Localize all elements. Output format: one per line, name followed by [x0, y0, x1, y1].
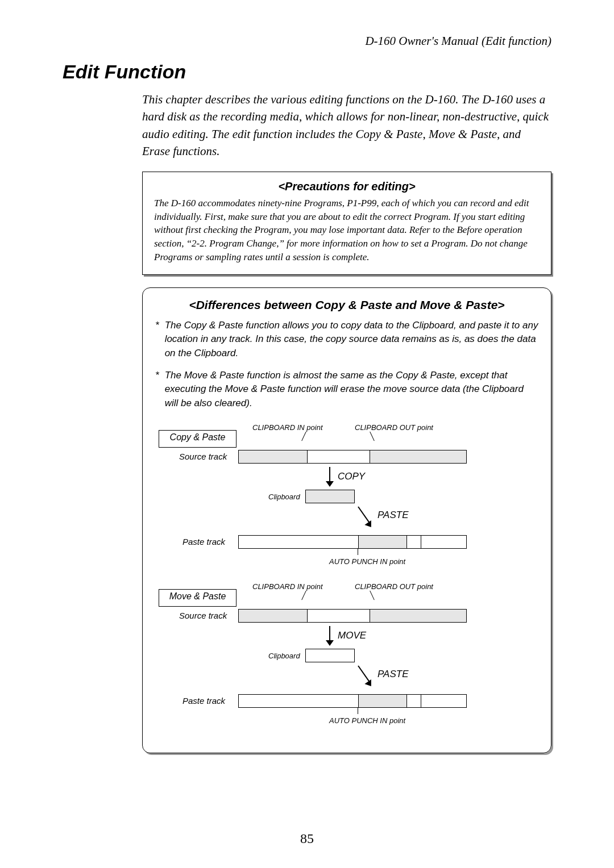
arrow-down-icon — [364, 679, 374, 688]
paste-track-label: Paste track — [182, 696, 225, 706]
clipboard-label: Clipboard — [268, 652, 300, 660]
clip-out-label: CLIPBOARD OUT point — [355, 582, 433, 591]
intro-paragraph: This chapter describes the various editi… — [142, 91, 551, 160]
arrow-down-icon — [364, 520, 374, 529]
arrow-down-icon — [326, 481, 334, 487]
bullet-move-paste: * The Move & Paste function is almost th… — [155, 369, 538, 411]
precautions-title: <Precautions for editing> — [154, 180, 540, 193]
asterisk-icon: * — [155, 369, 159, 411]
chapter-title: Edit Function — [63, 61, 551, 83]
running-header: D-160 Owner's Manual (Edit function) — [63, 34, 551, 48]
bullet-text: The Move & Paste function is almost the … — [165, 369, 538, 411]
precautions-box: <Precautions for editing> The D-160 acco… — [142, 172, 551, 275]
diagram-title-label: Copy & Paste — [170, 432, 226, 442]
precautions-body: The D-160 accommodates ninety-nine Progr… — [154, 197, 540, 264]
auto-punch-label: AUTO PUNCH IN point — [329, 557, 405, 566]
clip-out-label: CLIPBOARD OUT point — [355, 423, 433, 432]
bullet-copy-paste: * The Copy & Paste function allows you t… — [155, 319, 538, 361]
clipboard-label: Clipboard — [268, 493, 300, 501]
source-track-label: Source track — [179, 452, 227, 461]
paste-label: PASTE — [377, 669, 408, 680]
differences-title: <Differences between Copy & Paste and Mo… — [155, 298, 538, 312]
paste-track-label: Paste track — [182, 537, 225, 546]
bullet-text: The Copy & Paste function allows you to … — [165, 319, 538, 361]
arrow-down-icon — [326, 640, 334, 646]
diagram-title-label: Move & Paste — [169, 591, 226, 601]
clip-in-label: CLIPBOARD IN point — [252, 582, 323, 591]
asterisk-icon: * — [155, 319, 159, 361]
diagram-move-paste: Move & Paste CLIPBOARD IN point CLIPBOAR… — [153, 578, 538, 737]
page-number: 85 — [0, 831, 614, 846]
auto-punch-label: AUTO PUNCH IN point — [329, 716, 405, 725]
copy-label: COPY — [338, 471, 365, 482]
clip-in-label: CLIPBOARD IN point — [252, 423, 323, 432]
diagram-copy-paste: Copy & Paste CLIPBOARD IN point CLIPBOAR… — [153, 419, 538, 578]
differences-box: <Differences between Copy & Paste and Mo… — [142, 287, 551, 753]
source-track-label: Source track — [179, 611, 227, 620]
paste-label: PASTE — [377, 510, 408, 521]
move-label: MOVE — [338, 630, 366, 641]
